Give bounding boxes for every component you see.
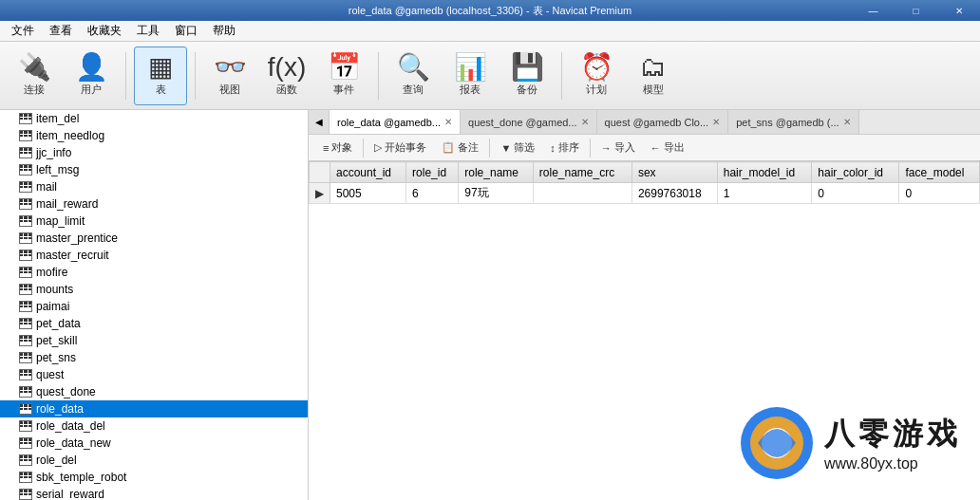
- toolbar-btn-report[interactable]: 📊报表: [443, 46, 497, 105]
- sidebar-item-mail_reward[interactable]: mail_reward: [0, 195, 308, 213]
- table-icon: [19, 250, 32, 261]
- sidebar-item-serial_reward[interactable]: serial_reward: [0, 486, 308, 500]
- table-cell[interactable]: 97玩: [459, 183, 534, 204]
- tab-close-tab4[interactable]: ✕: [843, 117, 851, 127]
- sidebar-item-pet_skill[interactable]: pet_skill: [0, 332, 308, 349]
- col-header-hair_model_id[interactable]: hair_model_id: [717, 162, 812, 183]
- sidebar-scroll[interactable]: item_delitem_needlogjjc_infoleft_msgmail…: [0, 110, 308, 500]
- sidebar-item-map_limit[interactable]: map_limit: [0, 213, 308, 230]
- sidebar-item-left_msg[interactable]: left_msg: [0, 161, 308, 178]
- table-icon: [19, 386, 32, 398]
- table-icon: [19, 147, 32, 158]
- toolbar-btn-model[interactable]: 🗂模型: [627, 46, 680, 105]
- tab-close-tab1[interactable]: ✕: [444, 117, 452, 127]
- brand-url: www.80yx.top: [824, 455, 961, 472]
- toolbar-btn-table[interactable]: ▦表: [134, 46, 187, 105]
- tab-tab4[interactable]: pet_sns @gamedb (...✕: [728, 110, 858, 134]
- table-cell[interactable]: 5005: [330, 183, 406, 204]
- schedule-icon: ⏰: [580, 54, 613, 81]
- sidebar-item-role_data_new[interactable]: role_data_new: [0, 435, 308, 452]
- close-button[interactable]: ✕: [937, 0, 980, 21]
- menubar: 文件查看收藏夹工具窗口帮助: [0, 21, 980, 42]
- table-cell[interactable]: [533, 183, 631, 204]
- action-btn-export[interactable]: ←导出: [644, 138, 691, 157]
- action-label-export: 导出: [664, 140, 685, 155]
- menu-item-收藏夹[interactable]: 收藏夹: [80, 21, 129, 41]
- menu-item-查看[interactable]: 查看: [42, 21, 80, 41]
- sidebar-item-master_recruit[interactable]: master_recruit: [0, 247, 308, 264]
- action-separator: [590, 139, 591, 157]
- table-icon: [19, 130, 32, 141]
- sidebar-item-role_data[interactable]: role_data: [0, 400, 308, 417]
- toolbar-label-query: 查询: [403, 83, 424, 97]
- sidebar-item-pet_data[interactable]: pet_data: [0, 315, 308, 332]
- sidebar-label: pet_data: [36, 317, 81, 330]
- col-header-role_name[interactable]: role_name: [459, 162, 534, 183]
- menu-item-文件[interactable]: 文件: [4, 21, 42, 41]
- action-btn-filter[interactable]: ▼筛选: [494, 138, 541, 157]
- col-header-account_id[interactable]: account_id: [330, 162, 406, 183]
- data-table: account_idrole_idrole_namerole_name_crcs…: [309, 161, 980, 204]
- table-container[interactable]: account_idrole_idrole_namerole_name_crcs…: [309, 161, 980, 500]
- tab-close-tab3[interactable]: ✕: [712, 117, 720, 127]
- col-header-role_id[interactable]: role_id: [406, 162, 459, 183]
- toolbar-btn-connect[interactable]: 🔌连接: [8, 46, 61, 105]
- col-header-face_model[interactable]: face_model: [899, 162, 980, 183]
- toolbar-btn-schedule[interactable]: ⏰计划: [570, 46, 623, 105]
- table-cell[interactable]: 0: [899, 183, 980, 204]
- col-header-sex[interactable]: sex: [631, 162, 717, 183]
- table-cell[interactable]: 0: [812, 183, 899, 204]
- table-cell[interactable]: 1: [717, 183, 812, 204]
- action-btn-sort[interactable]: ↕排序: [543, 138, 586, 157]
- sidebar-item-jjc_info[interactable]: jjc_info: [0, 144, 308, 161]
- sidebar-item-sbk_temple_robot[interactable]: sbk_temple_robot: [0, 469, 308, 486]
- sidebar-item-mail[interactable]: mail: [0, 178, 308, 195]
- sidebar-item-paimai[interactable]: paimai: [0, 298, 308, 315]
- main-area: item_delitem_needlogjjc_infoleft_msgmail…: [0, 110, 980, 500]
- brand-text: 八零游戏 www.80yx.top: [824, 414, 961, 472]
- sidebar-label: role_data_new: [36, 436, 111, 450]
- toolbar-btn-func[interactable]: f(x)函数: [260, 46, 313, 105]
- sidebar-item-role_data_del[interactable]: role_data_del: [0, 417, 308, 435]
- maximize-button[interactable]: □: [895, 0, 937, 21]
- sidebar-item-mofire[interactable]: mofire: [0, 264, 308, 281]
- menu-item-窗口[interactable]: 窗口: [167, 21, 205, 41]
- sidebar-item-quest[interactable]: quest: [0, 366, 308, 383]
- table-icon: [19, 198, 32, 210]
- tab-label-tab1: role_data @gamedb...: [337, 117, 441, 128]
- tab-nav-left[interactable]: ◀: [309, 110, 330, 134]
- sidebar-label: role_data: [36, 402, 84, 416]
- toolbar-sep-2: [195, 52, 196, 100]
- action-btn-backup[interactable]: 📋备注: [435, 138, 485, 157]
- table-cell[interactable]: 2699763018: [631, 183, 717, 204]
- sidebar-item-role_del[interactable]: role_del: [0, 452, 308, 469]
- table-cell[interactable]: 6: [406, 183, 459, 204]
- toolbar-btn-event[interactable]: 📅事件: [317, 46, 370, 105]
- menu-item-帮助[interactable]: 帮助: [205, 21, 243, 41]
- sidebar-item-master_prentice[interactable]: master_prentice: [0, 230, 308, 247]
- col-header-hair_color_id[interactable]: hair_color_id: [812, 162, 899, 183]
- action-btn-begin_tx[interactable]: ▷开始事务: [368, 138, 433, 157]
- action-btn-import[interactable]: →导入: [594, 138, 642, 157]
- toolbar-btn-backup[interactable]: 💾备份: [500, 46, 554, 105]
- tab-tab3[interactable]: quest @gamedb Clo...✕: [597, 110, 729, 134]
- menu-item-工具[interactable]: 工具: [129, 21, 167, 41]
- sidebar-label: item_del: [36, 112, 79, 125]
- sidebar-item-item_needlog[interactable]: item_needlog: [0, 127, 308, 144]
- action-btn-object[interactable]: ≡对象: [316, 138, 359, 157]
- toolbar-btn-view[interactable]: 👓视图: [203, 46, 256, 105]
- toolbar-btn-user[interactable]: 👤用户: [65, 46, 118, 105]
- col-header-role_name_crc[interactable]: role_name_crc: [533, 162, 631, 183]
- window-controls[interactable]: — □ ✕: [852, 0, 980, 21]
- toolbar-btn-query[interactable]: 🔍查询: [386, 46, 440, 105]
- sidebar-item-mounts[interactable]: mounts: [0, 281, 308, 298]
- sidebar-item-item_del[interactable]: item_del: [0, 110, 308, 127]
- sidebar-item-quest_done[interactable]: quest_done: [0, 383, 308, 400]
- sidebar-label: serial_reward: [36, 488, 104, 500]
- tab-tab1[interactable]: role_data @gamedb...✕: [330, 110, 461, 134]
- tab-close-tab2[interactable]: ✕: [581, 117, 589, 127]
- tab-tab2[interactable]: quest_done @gamed...✕: [461, 110, 597, 134]
- minimize-button[interactable]: —: [852, 0, 895, 21]
- sidebar-item-pet_sns[interactable]: pet_sns: [0, 349, 308, 366]
- action-label-import: 导入: [614, 140, 635, 155]
